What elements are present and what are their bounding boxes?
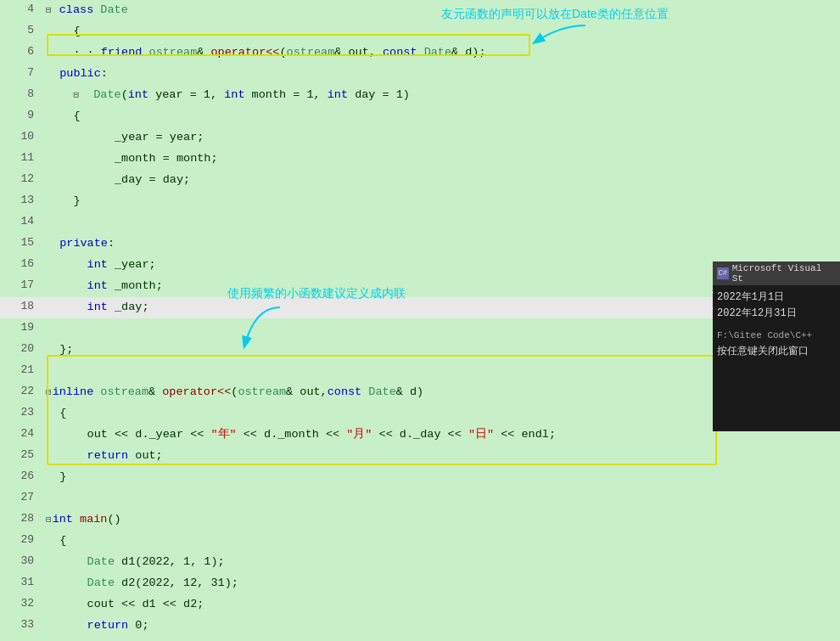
line-32: 32 cout << d1 << d2; — [0, 594, 725, 616]
console-path: F:\Gitee Code\C++ — [717, 329, 836, 344]
line-25: 25 return out; — [0, 446, 725, 467]
line-5: 5 { — [0, 21, 725, 42]
console-msg: 按任意键关闭此窗口 — [717, 344, 836, 360]
console-line1: 2022年1月1日 — [717, 290, 836, 306]
line-7: 7 public: — [0, 64, 725, 85]
line-33: 33 return 0; — [0, 616, 725, 637]
line-28: 28 ⊟int main() — [0, 509, 725, 531]
line-31: 31 Date d2(2022, 12, 31); — [0, 573, 725, 594]
vs-icon: C# — [717, 267, 729, 279]
line-23: 23 { — [0, 403, 725, 425]
line-18: 18 int _day; — [0, 297, 725, 318]
line-9: 9 { — [0, 106, 725, 127]
console-titlebar: C# Microsoft Visual St — [713, 261, 840, 285]
line-14: 14 — [0, 212, 725, 233]
console-line2: 2022年12月31日 — [717, 306, 836, 322]
line-27: 27 — [0, 488, 725, 509]
line-13: 13 } — [0, 191, 725, 212]
editor-container: 4 ⊟ class Date 5 { 6 · · friend ostream&… — [0, 0, 840, 641]
line-24: 24 out << d._year << "年" << d._month << … — [0, 425, 725, 446]
line-10: 10 _year = year; — [0, 127, 725, 149]
line-11: 11 _month = month; — [0, 149, 725, 170]
line-8: 8 ⊟ Date(int year = 1, int month = 1, in… — [0, 85, 725, 106]
line-4: 4 ⊟ class Date — [0, 0, 725, 21]
line-21: 21 — [0, 361, 725, 382]
console-window: C# Microsoft Visual St 2022年1月1日 2022年12… — [713, 261, 840, 431]
console-title: Microsoft Visual St — [732, 263, 836, 284]
line-19: 19 — [0, 318, 725, 340]
line-17: 17 int _month; — [0, 276, 725, 297]
line-20: 20 }; — [0, 340, 725, 361]
line-30: 30 Date d1(2022, 1, 1); — [0, 552, 725, 573]
line-12: 12 _day = day; — [0, 170, 725, 191]
line-6: 6 · · friend ostream& operator<<(ostream… — [0, 42, 725, 64]
line-16: 16 int _year; — [0, 255, 725, 276]
line-22: 22 ⊟inline ostream& operator<<(ostream& … — [0, 382, 725, 403]
line-26: 26 } — [0, 467, 725, 488]
code-area: 4 ⊟ class Date 5 { 6 · · friend ostream&… — [0, 0, 725, 641]
line-29: 29 { — [0, 531, 725, 552]
line-34: 34 } — [0, 637, 725, 641]
console-body: 2022年1月1日 2022年12月31日 F:\Gitee Code\C++ … — [713, 285, 840, 364]
line-15: 15 private: — [0, 233, 725, 255]
